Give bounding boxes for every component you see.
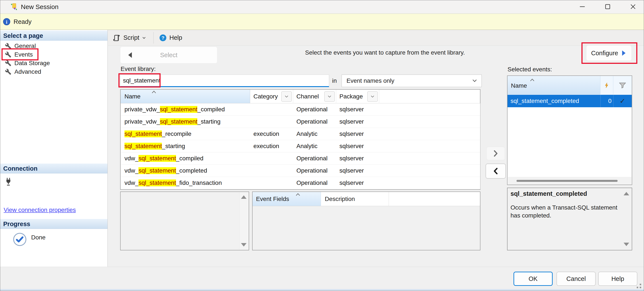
search-scope-dropdown[interactable]: Event names only xyxy=(342,74,482,87)
progress-status-text: Done xyxy=(31,234,46,241)
maximize-icon xyxy=(604,3,611,10)
event-row[interactable]: vdw_sql_statement_completed Operational … xyxy=(121,165,480,177)
connection-icon xyxy=(4,177,13,188)
app-icon xyxy=(10,2,18,13)
event-description-body: Occurs when a Transact-SQL statement has… xyxy=(510,204,620,220)
event-library-table: Name Category Channel Package private_vd… xyxy=(120,89,480,190)
cancel-button[interactable]: Cancel xyxy=(556,272,596,286)
category-filter-button[interactable] xyxy=(281,91,292,102)
wrench-icon xyxy=(5,43,12,49)
event-row[interactable]: sql_statement_starting execution Analyti… xyxy=(121,140,480,152)
ok-button[interactable]: OK xyxy=(514,272,553,286)
selected-event-name: sql_statement_completed xyxy=(510,95,579,107)
event-detail-empty-panel xyxy=(120,192,249,250)
close-icon xyxy=(630,3,637,10)
column-header-package[interactable]: Package xyxy=(340,90,363,103)
minimize-button[interactable] xyxy=(572,0,592,13)
event-description-title: sql_statement_completed xyxy=(510,190,587,197)
script-icon xyxy=(113,34,120,42)
help-label: Help xyxy=(170,34,182,41)
help-button[interactable]: Help xyxy=(598,272,637,286)
event-fields-header-row: Event Fields Description xyxy=(252,192,480,206)
configure-button[interactable]: Configure xyxy=(586,45,632,61)
column-header-event-fields[interactable]: Event Fields xyxy=(252,192,321,206)
lightning-icon xyxy=(604,82,610,89)
selected-events-label: Selected events: xyxy=(508,66,552,73)
scroll-up-arrow[interactable] xyxy=(241,195,246,199)
wrench-icon xyxy=(5,51,12,58)
event-row[interactable]: private_vdw_sql_statement_starting Opera… xyxy=(121,116,480,128)
selected-event-row[interactable]: sql_statement_completed 0 ✓ xyxy=(508,95,632,107)
filter-funnel-icon xyxy=(619,82,626,88)
event-library-label: Event library: xyxy=(120,66,156,72)
minimize-icon xyxy=(579,3,586,10)
sidebar-item-advanced[interactable]: Advanced xyxy=(0,67,108,76)
package-filter-button[interactable] xyxy=(367,91,378,102)
selected-column-header-name[interactable]: Name xyxy=(508,76,600,94)
arrow-left-icon xyxy=(127,52,132,58)
sidebar-item-events[interactable]: Events xyxy=(0,50,108,59)
channel-filter-button[interactable] xyxy=(324,91,335,102)
selected-events-table: Name sql_statement_completed 0 ✓ xyxy=(507,76,632,185)
select-a-page-header: Select a page xyxy=(0,31,108,40)
column-header-name[interactable]: Name xyxy=(120,90,250,103)
arrow-right-icon xyxy=(622,50,626,56)
event-fields-panel: Event Fields Description xyxy=(252,192,480,250)
selected-column-header-filter[interactable] xyxy=(613,76,632,94)
wrench-icon xyxy=(5,60,12,66)
close-button[interactable] xyxy=(623,0,643,13)
help-icon: ? xyxy=(159,34,167,42)
selected-column-header-actions[interactable] xyxy=(600,76,613,94)
scroll-up-arrow[interactable] xyxy=(624,192,629,195)
event-row[interactable]: sql_statement_recompile execution Analyt… xyxy=(121,128,480,140)
sidebar-item-label: General xyxy=(14,42,36,50)
sidebar-item-data-storage[interactable]: Data Storage xyxy=(0,59,108,68)
configure-button-label: Configure xyxy=(591,50,618,57)
column-header-channel[interactable]: Channel xyxy=(296,90,319,103)
wrench-icon xyxy=(5,68,12,75)
chevron-down-icon[interactable] xyxy=(142,37,146,39)
scroll-down-arrow[interactable] xyxy=(241,243,246,246)
script-button[interactable]: Script xyxy=(110,30,148,46)
connection-header: Connection xyxy=(0,164,108,174)
status-text: Ready xyxy=(14,14,32,30)
help-toolbar-button[interactable]: ? Help xyxy=(157,30,184,46)
column-header-category[interactable]: Category xyxy=(254,90,278,103)
in-label: in xyxy=(332,74,337,87)
event-row[interactable]: vdw_sql_statement_fido_transaction Opera… xyxy=(121,177,480,189)
remove-event-button[interactable] xyxy=(486,164,506,178)
sidebar: Select a page General Events Data Storag… xyxy=(0,30,108,267)
sidebar-item-general[interactable]: General xyxy=(0,42,108,50)
event-row[interactable]: private_vdw_sql_statement_compiled Opera… xyxy=(121,104,480,116)
chevron-right-icon xyxy=(493,150,498,157)
window-bottom-edge xyxy=(0,289,644,291)
event-description-panel: sql_statement_completed Occurs when a Tr… xyxy=(507,188,632,250)
sort-ascending-icon xyxy=(151,90,157,94)
svg-text:i: i xyxy=(6,19,7,25)
new-session-dialog: New Session i Ready Select a page Genera… xyxy=(0,0,644,291)
chevron-down-icon xyxy=(328,96,332,98)
horizontal-scrollbar-thumb[interactable] xyxy=(516,180,618,182)
sidebar-item-label: Events xyxy=(14,51,33,58)
horizontal-scrollbar[interactable] xyxy=(508,177,631,184)
done-check-icon xyxy=(13,232,27,248)
info-icon: i xyxy=(3,18,10,27)
progress-header: Progress xyxy=(0,219,108,229)
scroll-down-arrow[interactable] xyxy=(624,243,629,246)
add-event-button[interactable] xyxy=(486,147,505,160)
chevron-down-icon xyxy=(284,96,288,98)
vertical-scrollbar[interactable] xyxy=(239,192,248,250)
selected-event-check: ✓ xyxy=(613,95,632,107)
search-scope-value: Event names only xyxy=(342,77,394,84)
svg-text:?: ? xyxy=(162,35,164,40)
select-back-button[interactable]: Select xyxy=(120,47,217,64)
event-row[interactable]: vdw_sql_statement_compiled Operational s… xyxy=(121,152,480,165)
maximize-button[interactable] xyxy=(598,0,618,13)
view-connection-properties-link[interactable]: View connection properties xyxy=(4,206,76,214)
column-header-description[interactable]: Description xyxy=(321,192,389,206)
script-help-toolbar: Script ? Help xyxy=(108,30,644,46)
chevron-down-icon xyxy=(370,96,374,98)
event-library-search-input[interactable] xyxy=(120,74,329,87)
sort-ascending-icon xyxy=(530,78,535,82)
sidebar-item-label: Data Storage xyxy=(14,60,50,66)
